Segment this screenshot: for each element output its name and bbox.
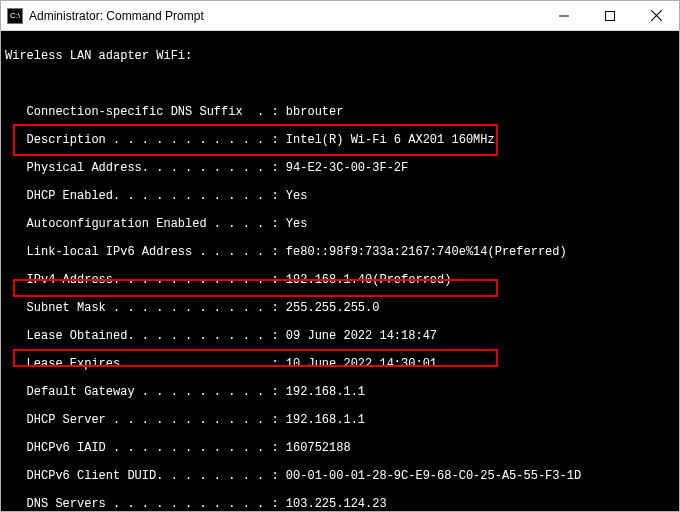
output-line: Autoconfiguration Enabled . . . . : Yes	[5, 217, 675, 231]
output-line: DHCP Enabled. . . . . . . . . . . : Yes	[5, 189, 675, 203]
cmd-icon: C:\	[7, 8, 23, 24]
blank-line	[5, 77, 675, 91]
dns-servers-line: DNS Servers . . . . . . . . . . . : 103.…	[5, 497, 675, 511]
output-line: DHCP Server . . . . . . . . . . . : 192.…	[5, 413, 675, 427]
output-line: Physical Address. . . . . . . . . : 94-E…	[5, 161, 675, 175]
output-line: Lease Expires . . . . . . . . . . : 10 J…	[5, 357, 675, 371]
terminal-output[interactable]: Wireless LAN adapter WiFi: Connection-sp…	[1, 31, 679, 511]
cmd-window: C:\ Administrator: Command Prompt Wirele…	[0, 0, 680, 512]
close-icon	[651, 10, 662, 21]
window-title: Administrator: Command Prompt	[29, 9, 541, 23]
svg-rect-1	[606, 11, 615, 20]
minimize-icon	[559, 11, 569, 21]
default-gateway-line: Default Gateway . . . . . . . . . : 192.…	[5, 385, 675, 399]
section-header: Wireless LAN adapter WiFi:	[5, 49, 675, 63]
output-line: Description . . . . . . . . . . . : Inte…	[5, 133, 675, 147]
window-controls	[541, 1, 679, 30]
close-button[interactable]	[633, 1, 679, 30]
output-line: Lease Obtained. . . . . . . . . . : 09 J…	[5, 329, 675, 343]
ipv4-address-line: IPv4 Address. . . . . . . . . . . : 192.…	[5, 273, 675, 287]
output-line: DHCPv6 IAID . . . . . . . . . . . : 1607…	[5, 441, 675, 455]
maximize-button[interactable]	[587, 1, 633, 30]
maximize-icon	[605, 11, 615, 21]
output-line: Link-local IPv6 Address . . . . . : fe80…	[5, 245, 675, 259]
title-bar[interactable]: C:\ Administrator: Command Prompt	[1, 1, 679, 31]
output-line: DHCPv6 Client DUID. . . . . . . . : 00-0…	[5, 469, 675, 483]
subnet-mask-line: Subnet Mask . . . . . . . . . . . : 255.…	[5, 301, 675, 315]
minimize-button[interactable]	[541, 1, 587, 30]
output-line: Connection-specific DNS Suffix . : bbrou…	[5, 105, 675, 119]
